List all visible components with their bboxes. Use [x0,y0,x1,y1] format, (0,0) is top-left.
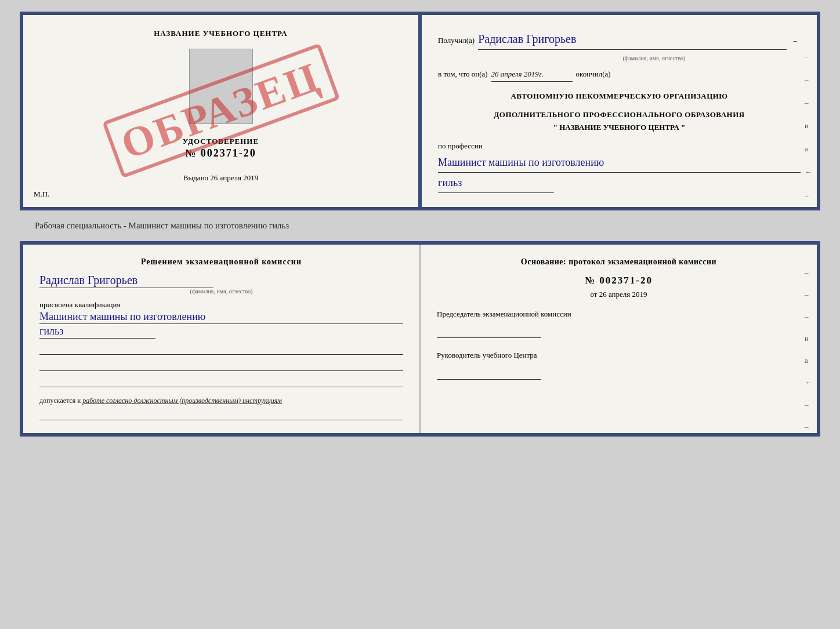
dash-a: а [805,143,812,155]
poluchil-line: Получил(а) Радислав Григорьев – [438,29,801,50]
rukovoditel-signature-line [437,366,541,380]
udostoverenie-title: УДОСТОВЕРЕНИЕ [183,137,259,146]
right-dashes2: – – – и а ← – – – [805,268,812,437]
blank-line-1 [39,344,403,355]
udostoverenie-block: УДОСТОВЕРЕНИЕ № 002371-20 [183,137,259,159]
ot-label: от [590,290,597,299]
decision-title: Решением экзаменационной комиссии [39,257,403,267]
org-name: " НАЗВАНИЕ УЧЕБНОГО ЦЕНТРА " [438,121,801,134]
predsedatel-signature-line [437,324,541,338]
vtom-line: в том, что он(а) 26 апреля 2019г. окончи… [438,68,801,82]
dash1: – [805,50,812,63]
mp-label: М.П. [34,190,49,199]
okonchil-label: окончил(а) [576,68,611,81]
vtom-label: в том, что он(а) [438,68,488,81]
bd-a: а [805,356,812,365]
name-block: Радислав Григорьев (фамилия, имя, отчест… [39,274,403,294]
dash4: – [805,190,812,202]
bottom-name: Радислав Григорьев [39,274,213,288]
dopuskaetsya-label: допускается к [39,397,81,405]
bd2: – [805,290,812,299]
protocol-date: 26 апреля 2019 [599,290,647,299]
vydano-line: Выдано 26 апреля 2019 [183,173,258,183]
bd-i: и [805,334,812,343]
school-title: НАЗВАНИЕ УЧЕБНОГО ЦЕНТРА [154,29,288,38]
rukovoditel-label: Руководитель учебного Центра [437,350,801,361]
right-dashes: – – – и а ← – [805,50,812,202]
top-document: НАЗВАНИЕ УЧЕБНОГО ЦЕНТРА УДОСТОВЕРЕНИЕ №… [20,12,820,210]
qualification-text: Машинист машины по изготовлению [39,311,403,324]
dash3: – [805,96,812,109]
profession-text: Машинист машины по изготовлению [438,154,801,173]
bottom-doc-right: – – – и а ← – – – Основание: протокол эк… [421,245,817,433]
udostoverenie-num: № 002371-20 [183,147,259,159]
predsedatel-label: Председатель экзаменационной комиссии [437,308,801,320]
rukovoditel-block: Руководитель учебного Центра [437,350,801,380]
profession-text2: гильз [438,174,554,193]
predsedatel-block: Председатель экзаменационной комиссии [437,308,801,339]
top-doc-right: – – – и а ← – Получил(а) Радислав Григор… [422,15,817,207]
bd5: – [805,422,812,431]
bd1: – [805,268,812,277]
blank-line-2 [39,361,403,371]
bd-arrow: ← [805,378,812,387]
photo-placeholder [189,49,253,124]
bottom-document: Решением экзаменационной комиссии Радисл… [20,241,820,437]
prisvoena-label: присвоена квалификация [39,300,403,310]
blank-line-4 [39,410,403,420]
osnovaniye-title: Основание: протокол экзаменационной коми… [437,257,801,267]
org-line2: ДОПОЛНИТЕЛЬНОГО ПРОФЕССИОНАЛЬНОГО ОБРАЗО… [438,108,801,121]
bd3: – [805,312,812,321]
vydano-date: 26 апреля 2019 [210,173,258,182]
org-line1: АВТОНОМНУЮ НЕКОММЕРЧЕСКУЮ ОРГАНИЗАЦИЮ [438,90,801,103]
fio-hint-bottom: (фамилия, имя, отчество) [39,288,403,294]
profession-label: по профессии [438,140,801,152]
dash2: – [805,73,812,86]
vydano-label: Выдано [183,173,208,182]
doc-label: Рабочая специальность - Машинист машины … [35,221,289,231]
top-doc-left: НАЗВАНИЕ УЧЕБНОГО ЦЕНТРА УДОСТОВЕРЕНИЕ №… [23,15,418,207]
poluchil-label: Получил(а) [438,34,475,47]
blank-line-3 [39,377,403,387]
dopuskaetsya-block: допускается к работе согласно должностны… [39,397,403,405]
completion-date: 26 апреля 2019г. [491,68,573,82]
dopuskaetsya-text: работе согласно должностным (производств… [82,397,282,405]
protocol-num: № 002371-20 [437,275,801,286]
dash-i: и [805,119,812,132]
dash-arrow: ← [805,166,812,179]
ot-date: от 26 апреля 2019 [437,290,801,299]
bottom-doc-left: Решением экзаменационной комиссии Радисл… [23,245,421,433]
fio-hint-top: (фамилия, имя, отчество) [508,53,801,63]
bd4: – [805,400,812,409]
qualification-text2: гильз [39,325,155,339]
recipient-name: Радислав Григорьев [478,29,786,50]
dash-after-name: – [790,34,801,47]
